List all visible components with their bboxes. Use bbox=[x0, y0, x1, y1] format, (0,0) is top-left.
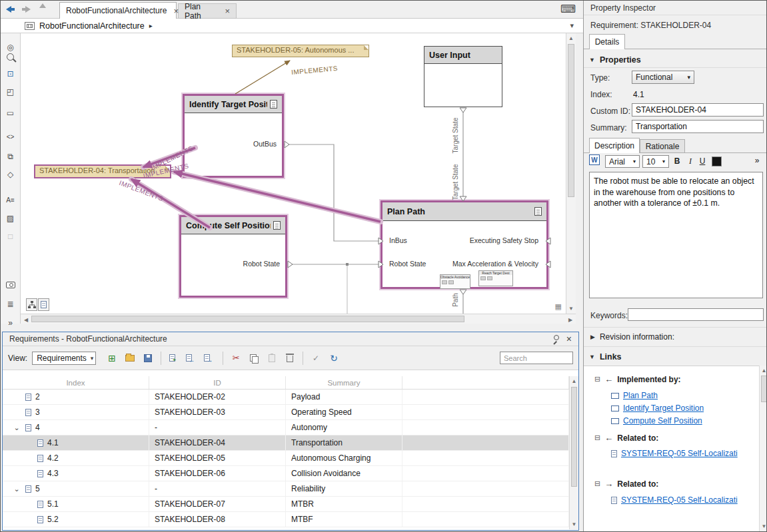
diagram-canvas[interactable]: User Input Identify Target Position OutB… bbox=[21, 33, 566, 314]
column-header-index[interactable]: Index bbox=[3, 376, 149, 389]
paste-icon[interactable] bbox=[264, 350, 280, 366]
scroll-down-icon[interactable]: ▼ bbox=[566, 306, 576, 312]
table-row-selected[interactable]: 4.1 STAKEHOLDER-04 Transportation bbox=[3, 435, 569, 451]
breadcrumb-dropdown-icon[interactable]: ▾ bbox=[570, 21, 574, 30]
description-text[interactable]: The robot must be able to relocate an ob… bbox=[589, 172, 763, 298]
properties-section-header[interactable]: ▼ Properties bbox=[589, 55, 641, 65]
tab-details[interactable]: Details bbox=[589, 34, 625, 49]
expander-icon[interactable]: ⌄ bbox=[12, 485, 21, 493]
inspector-vscrollbar[interactable]: ▲ ▼ bbox=[759, 366, 767, 531]
refresh-icon[interactable]: ↻ bbox=[326, 350, 342, 366]
component-icon[interactable]: ▭ bbox=[1, 107, 20, 119]
annotation-icon[interactable]: A≡ bbox=[1, 194, 20, 206]
layout-grid-icon[interactable]: ▦ bbox=[555, 302, 562, 311]
table-row[interactable]: 2 STAKEHOLDER-02 Payload bbox=[3, 390, 569, 405]
canvas-hscrollbar[interactable]: ◀ ▶ bbox=[21, 314, 576, 324]
table-vscrollbar[interactable]: ▲ ▼ bbox=[569, 376, 578, 529]
camera-icon[interactable] bbox=[1, 279, 20, 291]
scroll-up-icon[interactable]: ▲ bbox=[570, 378, 578, 384]
import-requirement-button[interactable]: ← bbox=[184, 350, 200, 366]
new-requirement-set-button[interactable]: ⊞ bbox=[104, 350, 120, 366]
collapse-icon[interactable]: ▼ bbox=[589, 57, 595, 63]
open-requirement-set-button[interactable] bbox=[122, 350, 138, 366]
cut-icon[interactable]: ✂ bbox=[228, 350, 244, 366]
close-tab-icon[interactable]: × bbox=[225, 7, 230, 15]
breadcrumb-arrow-icon[interactable]: ▸ bbox=[149, 22, 153, 29]
area-icon[interactable]: □ bbox=[1, 230, 20, 242]
link-item[interactable]: Identify Target Position bbox=[611, 403, 704, 413]
custom-id-field[interactable] bbox=[632, 103, 764, 117]
reference-component-icon[interactable]: <> bbox=[1, 131, 20, 142]
text-color-swatch[interactable] bbox=[712, 156, 722, 166]
copy-icon[interactable] bbox=[246, 350, 262, 366]
italic-icon[interactable]: I bbox=[685, 156, 696, 166]
column-header-summary[interactable]: Summary bbox=[286, 376, 402, 389]
type-dropdown[interactable]: Functional ▾ bbox=[632, 71, 694, 84]
scroll-down-icon[interactable]: ▼ bbox=[760, 523, 767, 529]
tab-robotfunctionalarchitecture[interactable]: RobotFunctionalArchitecture × bbox=[59, 2, 177, 19]
underline-icon[interactable]: U bbox=[697, 156, 708, 166]
up-to-parent-icon[interactable] bbox=[39, 3, 46, 14]
tab-rationale[interactable]: Rationale bbox=[640, 139, 685, 153]
hierarchy-view-button[interactable] bbox=[26, 298, 37, 311]
export-requirement-button[interactable]: → bbox=[202, 350, 218, 366]
font-dropdown[interactable]: Arial ▾ bbox=[605, 155, 640, 168]
verify-link-icon[interactable]: ✓ bbox=[308, 350, 324, 366]
table-row[interactable]: 5.2 STAKEHOLDER-08 MTBF bbox=[3, 512, 569, 527]
search-input[interactable] bbox=[500, 352, 573, 364]
variant-component-icon[interactable]: ⧉ bbox=[1, 150, 20, 162]
collapse-tree-icon[interactable]: ⊟ bbox=[594, 375, 600, 384]
scroll-thumb[interactable] bbox=[568, 44, 574, 197]
save-button[interactable] bbox=[140, 350, 156, 366]
keyboard-icon[interactable]: ⌨ bbox=[560, 3, 576, 15]
zoom-region-icon[interactable]: ◰ bbox=[1, 86, 20, 98]
table-row[interactable]: 4.3 STAKEHOLDER-06 Collision Avoidance bbox=[3, 466, 569, 481]
image-icon[interactable]: ▨ bbox=[1, 212, 20, 224]
revision-section-header[interactable]: ▶ Revision information: bbox=[590, 332, 674, 342]
link-group-related-to-out[interactable]: ⊟ → Related to: bbox=[594, 479, 658, 489]
scroll-up-icon[interactable]: ▲ bbox=[760, 368, 767, 374]
adapter-icon[interactable]: ◇ bbox=[1, 168, 20, 180]
scroll-thumb[interactable] bbox=[571, 387, 577, 487]
zoom-in-icon[interactable] bbox=[1, 51, 20, 63]
close-panel-icon[interactable]: × bbox=[566, 334, 572, 344]
toolbar-overflow-icon[interactable]: » bbox=[752, 156, 762, 165]
link-item[interactable]: Compute Self Position bbox=[611, 416, 702, 425]
table-row[interactable]: ⌄4 - Autonomy bbox=[3, 420, 569, 435]
bold-icon[interactable]: B bbox=[672, 156, 682, 166]
collapse-icon[interactable]: ▼ bbox=[589, 354, 595, 360]
breadcrumb-title[interactable]: RobotFunctionalArchitecture bbox=[39, 21, 145, 31]
expander-icon[interactable]: ⌄ bbox=[12, 423, 21, 432]
collapse-tree-icon[interactable]: ⊟ bbox=[594, 433, 600, 442]
table-row[interactable]: ⌄5 - Reliability bbox=[3, 481, 569, 497]
link-item[interactable]: SYSTEM-REQ-05 Self-Localizati bbox=[611, 449, 738, 458]
tab-description[interactable]: Description bbox=[589, 138, 640, 153]
canvas-vscrollbar[interactable]: ▲ ▼ bbox=[566, 33, 576, 314]
legend-icon[interactable]: ≣ bbox=[1, 298, 20, 310]
font-size-dropdown[interactable]: 10 ▾ bbox=[642, 155, 669, 168]
summary-field[interactable] bbox=[632, 120, 764, 133]
forward-icon[interactable] bbox=[22, 4, 31, 15]
table-row[interactable]: 3 STAKEHOLDER-03 Operating Speed bbox=[3, 405, 569, 420]
scroll-thumb[interactable] bbox=[761, 376, 767, 402]
scroll-left-icon[interactable]: ◀ bbox=[22, 317, 30, 323]
link-group-related-to-in[interactable]: ⊟ ← Related to: bbox=[594, 433, 658, 443]
link-group-implemented-by[interactable]: ⊟ ← Implemented by: bbox=[594, 374, 681, 384]
fit-to-view-icon[interactable]: ⊡ bbox=[1, 68, 20, 80]
tab-plan-path[interactable]: Plan Path × bbox=[178, 3, 237, 19]
pin-icon[interactable] bbox=[552, 335, 560, 343]
link-item[interactable]: Plan Path bbox=[611, 391, 658, 400]
table-row[interactable]: 5.1 STAKEHOLDER-07 MTBR bbox=[3, 497, 569, 512]
back-icon[interactable] bbox=[6, 4, 15, 15]
view-dropdown[interactable]: Requirements ▾ bbox=[32, 352, 96, 365]
requirements-view-button[interactable] bbox=[38, 298, 49, 311]
table-row[interactable]: 4.2 STAKEHOLDER-05 Autonomous Charging bbox=[3, 451, 569, 466]
link-item[interactable]: SYSTEM-REQ-05 Self-Localizati bbox=[611, 495, 738, 505]
expand-icon[interactable]: ▶ bbox=[590, 334, 595, 340]
keywords-field[interactable] bbox=[628, 308, 764, 321]
scroll-up-icon[interactable]: ▲ bbox=[566, 35, 576, 41]
add-requirement-button[interactable]: + bbox=[166, 350, 182, 366]
links-section-header[interactable]: ▼ Links bbox=[589, 352, 622, 362]
scroll-thumb[interactable] bbox=[31, 316, 464, 322]
collapse-tree-icon[interactable]: ⊟ bbox=[594, 479, 600, 488]
